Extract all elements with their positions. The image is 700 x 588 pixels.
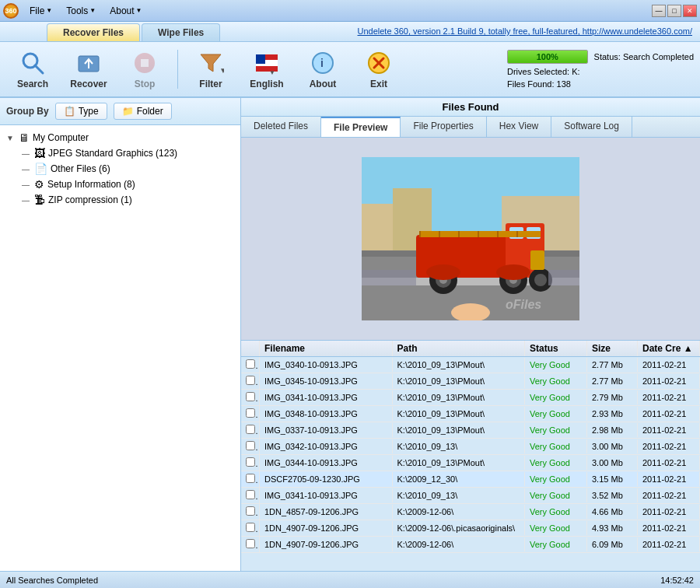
row-date: 2011-02-21 <box>638 521 700 535</box>
list-item[interactable]: — 📄 Other Files (6) <box>19 161 237 177</box>
row-filename: IMG_0340-10-0913.JPG <box>260 358 393 372</box>
table-row[interactable]: IMG_0340-10-0913.JPG K:\2010_09_13\PMout… <box>241 357 700 373</box>
status-message: All Searches Completed <box>6 576 98 585</box>
exit-icon <box>365 49 393 77</box>
row-checkbox[interactable] <box>241 390 260 405</box>
row-status: Very Good <box>525 521 587 535</box>
row-filename: DSCF2705-09-1230.JPG <box>260 472 393 486</box>
row-checkbox[interactable] <box>241 406 260 422</box>
file-tree: ▼ 🖥 My Computer — 🖼 JPEG Standard Graphi… <box>0 125 240 571</box>
svg-point-47 <box>496 264 530 280</box>
table-row[interactable]: DSCF2705-09-1230.JPG K:\2009_12_30\ Very… <box>241 471 700 488</box>
english-button[interactable]: ▼ English <box>240 46 293 93</box>
col-filename-header[interactable]: Filename <box>260 341 393 356</box>
folder-button[interactable]: 📁 Folder <box>114 103 172 120</box>
table-row[interactable]: IMG_0348-10-0913.JPG K:\2010_09_13\PMout… <box>241 406 700 422</box>
tab-file-preview[interactable]: File Preview <box>321 117 401 137</box>
files-found-header: Files Found <box>241 98 700 117</box>
right-panel: Files Found Deleted Files File Preview F… <box>241 98 700 571</box>
table-row[interactable]: IMG_0341-10-0913.JPG K:\2010_09_13\ Very… <box>241 488 700 504</box>
table-row[interactable]: 1DN_4907-09-1206.JPG K:\2009-12-06\ Very… <box>241 537 700 553</box>
tab-hex-view[interactable]: Hex View <box>487 117 551 137</box>
group-by-bar: Group By 📋 Type 📁 Folder <box>0 98 240 125</box>
row-size: 2.77 Mb <box>587 358 638 372</box>
row-path: K:\2010_09_13\PMout\ <box>393 374 526 388</box>
row-checkbox[interactable] <box>241 488 260 503</box>
row-checkbox[interactable] <box>241 471 260 487</box>
menu-about[interactable]: About ▼ <box>103 4 148 18</box>
svg-line-1 <box>35 65 43 73</box>
stop-button[interactable]: Stop <box>118 46 171 93</box>
table-row[interactable]: IMG_0341-10-0913.JPG K:\2010_09_13\PMout… <box>241 390 700 406</box>
col-path-header[interactable]: Path <box>393 341 526 356</box>
row-size: 2.93 Mb <box>587 407 638 421</box>
table-row[interactable]: IMG_0345-10-0913.JPG K:\2010_09_13\PMout… <box>241 373 700 390</box>
table-row[interactable]: 1DN_4857-09-1206.JPG K:\2009-12-06\ Very… <box>241 504 700 520</box>
tab-file-properties[interactable]: File Properties <box>401 117 486 137</box>
app-link[interactable]: Undelete 360, version 2.1 Build 9, total… <box>358 26 692 36</box>
table-row[interactable]: IMG_0344-10-0913.JPG K:\2010_09_13\PMout… <box>241 455 700 471</box>
tree-root[interactable]: ▼ 🖥 My Computer <box>3 130 237 145</box>
col-status-header[interactable]: Status <box>525 341 587 356</box>
row-date: 2011-02-21 <box>638 505 700 519</box>
row-path: K:\2010_09_13\PMout\ <box>393 358 526 372</box>
folder-label: Folder <box>137 106 163 117</box>
list-item[interactable]: — 🗜 ZIP compression (1) <box>19 192 237 208</box>
filter-button[interactable]: ▼ Filter <box>184 46 237 93</box>
app-tabs: Recover Files Wipe Files Undelete 360, v… <box>0 22 700 42</box>
col-size-header[interactable]: Size <box>587 341 638 356</box>
tree-leaf-icon: — <box>22 196 31 205</box>
minimize-button[interactable]: — <box>652 5 666 17</box>
row-checkbox[interactable] <box>241 455 260 471</box>
svg-rect-5 <box>141 59 149 67</box>
row-checkbox[interactable] <box>241 537 260 552</box>
row-filename: IMG_0341-10-0913.JPG <box>260 488 393 502</box>
col-date-header[interactable]: Date Cre ▲ <box>638 341 700 356</box>
about-button[interactable]: i About <box>296 46 349 93</box>
row-checkbox[interactable] <box>241 373 260 389</box>
row-checkbox[interactable] <box>241 357 260 373</box>
row-checkbox[interactable] <box>241 520 260 536</box>
table-row[interactable]: IMG_0337-10-0913.JPG K:\2010_09_13\PMout… <box>241 422 700 439</box>
progress-fill: 100% <box>508 51 587 63</box>
row-filename: 1DN_4857-09-1206.JPG <box>260 505 393 519</box>
row-path: K:\2009-12-06\ <box>393 537 526 551</box>
row-status: Very Good <box>525 488 587 502</box>
row-status: Very Good <box>525 423 587 437</box>
row-checkbox[interactable] <box>241 422 260 438</box>
list-item[interactable]: — 🖼 JPEG Standard Graphics (123) <box>19 145 237 161</box>
row-checkbox[interactable] <box>241 504 260 520</box>
row-size: 2.77 Mb <box>587 374 638 388</box>
tree-item-label: JPEG Standard Graphics (123) <box>48 148 177 159</box>
tab-software-log[interactable]: Software Log <box>551 117 632 137</box>
tab-wipe-files[interactable]: Wipe Files <box>142 23 220 41</box>
tree-children: — 🖼 JPEG Standard Graphics (123) — 📄 Oth… <box>19 145 237 208</box>
svg-rect-12 <box>256 54 265 64</box>
recover-button[interactable]: Recover <box>62 46 115 93</box>
menu-file[interactable]: File ▼ <box>23 4 58 18</box>
row-path: K:\2009_12_30\ <box>393 472 526 486</box>
exit-button[interactable]: Exit <box>352 46 405 93</box>
maximize-button[interactable]: □ <box>667 5 681 17</box>
progress-row: 100% Status: Search Completed <box>507 50 694 64</box>
row-filename: IMG_0342-10-0913.JPG <box>260 439 393 453</box>
row-date: 2011-02-21 <box>638 456 700 470</box>
toolbar-status: 100% Status: Search Completed Drives Sel… <box>507 50 694 89</box>
row-checkbox[interactable] <box>241 439 260 454</box>
tab-recover-files[interactable]: Recover Files <box>47 23 140 41</box>
row-size: 3.52 Mb <box>587 488 638 502</box>
row-size: 2.98 Mb <box>587 423 638 437</box>
close-button[interactable]: ✕ <box>683 5 697 17</box>
tab-deleted-files[interactable]: Deleted Files <box>241 117 321 137</box>
table-row[interactable]: IMG_0342-10-0913.JPG K:\2010_09_13\ Very… <box>241 439 700 455</box>
row-path: K:\2010_09_13\PMout\ <box>393 456 526 470</box>
menu-tools[interactable]: Tools ▼ <box>60 4 102 18</box>
row-date: 2011-02-21 <box>638 537 700 551</box>
type-button[interactable]: 📋 Type <box>55 103 107 120</box>
menu-bar: File ▼ Tools ▼ About ▼ <box>23 4 148 18</box>
files-found-info: Files Found: 138 <box>507 79 694 89</box>
table-row[interactable]: 1DN_4907-09-1206.JPG K:\2009-12-06\.pica… <box>241 520 700 537</box>
list-item[interactable]: — ⚙ Setup Information (8) <box>19 177 237 192</box>
search-button[interactable]: Search <box>6 46 59 93</box>
tree-item-label: Setup Information (8) <box>47 179 135 190</box>
